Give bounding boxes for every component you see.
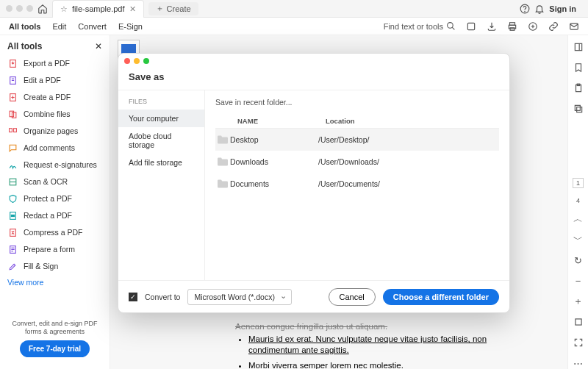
edit-icon [7,75,18,85]
fullscreen-icon[interactable] [573,337,584,348]
more-icon[interactable]: ⋯ [573,357,584,369]
traffic-close[interactable] [6,5,12,12]
ai-icon[interactable] [528,21,538,32]
panel-icon[interactable] [573,41,584,53]
table-header: NAME Location [215,114,499,129]
mac-traffic-lights [6,5,33,12]
help-icon[interactable] [520,4,530,14]
tool-form[interactable]: Prepare a form [7,242,102,257]
dialog-max[interactable] [143,58,149,64]
menu-bar: All tools Edit Convert E-Sign Find text … [0,18,588,35]
up-icon[interactable]: ︿ [573,213,584,225]
svg-rect-24 [576,107,581,112]
tool-combine[interactable]: Combine files [7,107,102,121]
svg-point-1 [525,11,526,12]
folder-icon [215,178,230,190]
svg-rect-26 [575,319,581,325]
trial-button[interactable]: Free 7-day trial [20,340,90,357]
signin-button[interactable]: Sign in [549,4,576,13]
choose-folder-button[interactable]: Choose a different folder [383,289,499,305]
header-name: NAME [237,117,326,125]
organize-icon [7,126,18,136]
dialog-sidebar: FILES Your computer Adobe cloud storage … [118,90,205,280]
convert-label: Convert to [145,293,180,301]
bell-icon[interactable] [534,4,545,14]
create-label: Create [167,4,191,13]
doc-bullet: Mauris id ex erat. Nunc vulputate neque … [248,334,538,356]
print-icon[interactable] [507,21,517,32]
folder-row-downloads[interactable]: Downloads /User/Downloads/ [215,151,499,173]
traffic-max[interactable] [26,5,33,12]
dialog-traffic-lights [118,54,509,68]
find-tools[interactable]: Find text or tools [384,21,456,31]
home-icon[interactable] [37,4,48,14]
folder-icon [215,156,230,168]
side-add-storage[interactable]: Add file storage [118,154,204,171]
copy-icon[interactable] [573,103,584,115]
menu-edit[interactable]: Edit [52,22,66,31]
side-cloud-storage[interactable]: Adobe cloud storage [118,127,204,154]
compress-icon [7,227,18,237]
zoom-out-icon[interactable]: − [573,275,584,287]
protect-icon [7,193,18,204]
tool-comments[interactable]: Add comments [7,140,102,155]
convert-format-select[interactable]: Microsoft Word (*.docx) [187,289,292,305]
link-icon[interactable] [548,21,559,32]
tool-edit-pdf[interactable]: Edit a PDF [7,73,102,87]
menu-esign[interactable]: E-Sign [118,22,143,31]
menu-convert[interactable]: Convert [78,22,107,31]
tool-redact[interactable]: Redact a PDF [7,208,102,223]
create-tab-button[interactable]: ＋ Create [148,2,198,15]
sidebar-title: All tools [7,41,42,51]
tool-export-pdf[interactable]: Export a PDF [7,56,102,71]
fillsign-icon [7,261,18,271]
svg-rect-3 [467,23,474,29]
tab-filename: file-sample.pdf [72,4,125,13]
fit-icon[interactable] [573,316,584,328]
folder-row-desktop[interactable]: Desktop /User/Desktop/ [215,129,499,151]
svg-rect-14 [9,128,12,132]
view-more-link[interactable]: View more [7,278,102,287]
traffic-min[interactable] [16,5,23,12]
rotate-icon[interactable]: ↻ [573,254,584,266]
selection-icon[interactable] [466,21,476,32]
tools-sidebar: All tools ✕ Export a PDF Edit a PDF Crea… [0,35,110,369]
dialog-close[interactable] [124,58,130,64]
combine-icon [7,109,18,119]
right-toolbar: 1 4 ︿ ﹀ ↻ − ＋ ⋯ [567,35,588,369]
side-your-computer[interactable]: Your computer [118,110,204,127]
mail-icon[interactable] [569,21,579,32]
svg-rect-21 [575,43,581,50]
promo-text: Convert, edit and e-sign PDF forms & agr… [10,320,99,336]
tool-compress[interactable]: Compress a PDF [7,225,102,240]
close-icon[interactable]: ✕ [129,4,136,14]
down-icon[interactable]: ﹀ [573,234,584,246]
tool-scan[interactable]: Scan & OCR [7,174,102,189]
tool-esign[interactable]: Request e-signatures [7,157,102,172]
svg-point-2 [448,23,453,29]
convert-checkbox[interactable]: ✓ [129,293,137,301]
zoom-in-icon[interactable]: ＋ [573,295,584,307]
save-as-dialog: Save as FILES Your computer Adobe cloud … [118,53,510,313]
star-icon[interactable]: ☆ [60,4,68,14]
svg-rect-15 [13,128,16,132]
tool-protect[interactable]: Protect a PDF [7,191,102,206]
menu-all-tools[interactable]: All tools [9,22,40,31]
folder-row-documents[interactable]: Documents /User/Documents/ [215,173,499,195]
tool-fillsign[interactable]: Fill & Sign [7,259,102,273]
tool-organize[interactable]: Organize pages [7,123,102,138]
svg-rect-25 [575,105,580,110]
window-titlebar: ☆ file-sample.pdf ✕ ＋ Create Sign in [0,0,588,18]
page-number[interactable]: 1 [573,178,584,188]
svg-rect-18 [11,215,14,216]
save-icon[interactable] [487,21,497,32]
dialog-min[interactable] [134,58,140,64]
document-tab[interactable]: ☆ file-sample.pdf ✕ [52,0,144,18]
document-text: Aenean congue fringilla justo ut aliquam… [235,322,538,369]
bookmark-icon[interactable] [573,62,584,74]
plus-icon: ＋ [156,3,164,14]
sidebar-close-icon[interactable]: ✕ [95,41,102,51]
cancel-button[interactable]: Cancel [329,288,376,306]
tool-create-pdf[interactable]: Create a PDF [7,90,102,104]
clipboard-icon[interactable] [573,82,584,94]
